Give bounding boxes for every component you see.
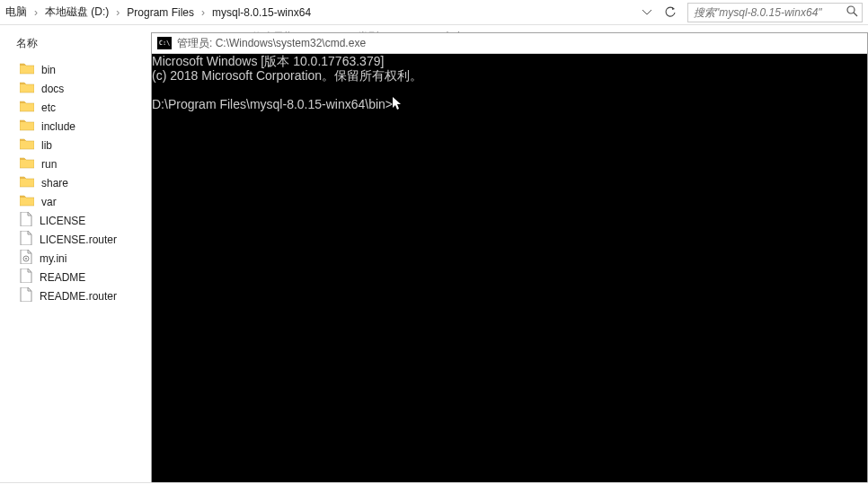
cmd-line-1: Microsoft Windows [版本 10.0.17763.379] <box>152 54 384 68</box>
folder-icon <box>20 137 41 153</box>
file-name-label: README.router <box>40 290 117 303</box>
file-name-label: include <box>41 120 75 133</box>
breadcrumb[interactable]: 电脑 › 本地磁盘 (D:) › Program Files › mysql-8… <box>0 0 635 24</box>
column-header-name[interactable]: 名称 <box>16 32 144 60</box>
file-name-label: lib <box>41 139 52 152</box>
refresh-button[interactable] <box>659 2 682 23</box>
file-name-label: my.ini <box>40 252 66 265</box>
crumb-mysql[interactable]: mysql-8.0.15-winx64 <box>208 6 314 19</box>
crumb-pc[interactable]: 电脑 <box>2 4 31 20</box>
folder-icon <box>20 81 41 96</box>
file-item[interactable]: LICENSE <box>16 211 144 230</box>
file-name-label: run <box>41 158 57 171</box>
folder-icon <box>20 175 41 190</box>
file-item[interactable]: var <box>16 192 144 211</box>
file-icon <box>20 287 40 304</box>
svg-point-3 <box>25 258 27 260</box>
cmd-terminal[interactable]: Microsoft Windows [版本 10.0.17763.379] (c… <box>152 54 867 501</box>
svg-point-0 <box>847 6 855 13</box>
file-name-label: share <box>41 177 68 189</box>
file-name-label: var <box>41 196 57 208</box>
ini-file-icon <box>20 250 40 267</box>
explorer-toolbar: 电脑 › 本地磁盘 (D:) › Program Files › mysql-8… <box>0 0 868 25</box>
file-name-label: LICENSE.router <box>40 233 117 246</box>
file-name-label: LICENSE <box>40 215 85 227</box>
file-icon <box>20 269 40 286</box>
cmd-window[interactable]: C:\ 管理员: C:\Windows\system32\cmd.exe Mic… <box>151 32 868 502</box>
chevron-right-icon[interactable]: › <box>31 6 41 19</box>
file-item[interactable]: share <box>16 173 144 192</box>
file-item[interactable]: lib <box>16 136 144 154</box>
file-icon <box>20 231 40 248</box>
mouse-cursor-icon <box>393 97 401 110</box>
cmd-titlebar[interactable]: C:\ 管理员: C:\Windows\system32\cmd.exe <box>152 33 867 54</box>
chevron-right-icon[interactable]: › <box>112 6 123 19</box>
folder-icon <box>20 194 41 209</box>
search-box[interactable] <box>687 3 863 22</box>
file-icon <box>20 212 40 229</box>
file-item[interactable]: LICENSE.router <box>16 230 144 249</box>
file-item[interactable]: docs <box>16 79 144 98</box>
crumb-progfiles[interactable]: Program Files <box>123 6 198 19</box>
cmd-line-2: (c) 2018 Microsoft Corporation。保留所有权利。 <box>152 68 422 83</box>
file-item[interactable]: my.ini <box>16 249 144 268</box>
file-item[interactable]: bin <box>16 60 144 79</box>
cmd-title-text: 管理员: C:\Windows\system32\cmd.exe <box>177 36 366 51</box>
folder-icon <box>20 100 41 115</box>
dropdown-history-button[interactable] <box>635 2 659 23</box>
crumb-drive[interactable]: 本地磁盘 (D:) <box>41 4 112 20</box>
file-pane: 名称 bindocsetcincludelibrunsharevarLICENS… <box>0 25 144 502</box>
cmd-prompt: D:\Program Files\mysql-8.0.15-winx64\bin… <box>152 97 393 111</box>
file-list: bindocsetcincludelibrunsharevarLICENSELI… <box>16 60 144 305</box>
file-name-label: README <box>40 271 85 284</box>
file-name-label: docs <box>41 83 64 95</box>
file-item[interactable]: README <box>16 268 144 286</box>
search-icon[interactable] <box>842 4 862 20</box>
file-name-label: etc <box>41 101 56 114</box>
folder-icon <box>20 119 41 134</box>
status-bar <box>0 482 868 502</box>
folder-icon <box>20 156 41 172</box>
search-input[interactable] <box>688 6 842 19</box>
svg-line-1 <box>854 13 857 16</box>
file-item[interactable]: run <box>16 154 144 173</box>
folder-icon <box>20 62 41 77</box>
file-name-label: bin <box>41 64 56 76</box>
file-item[interactable]: etc <box>16 98 144 117</box>
chevron-right-icon[interactable]: › <box>198 6 208 19</box>
file-item[interactable]: include <box>16 117 144 136</box>
cmd-icon: C:\ <box>157 37 172 49</box>
file-item[interactable]: README.router <box>16 286 144 305</box>
